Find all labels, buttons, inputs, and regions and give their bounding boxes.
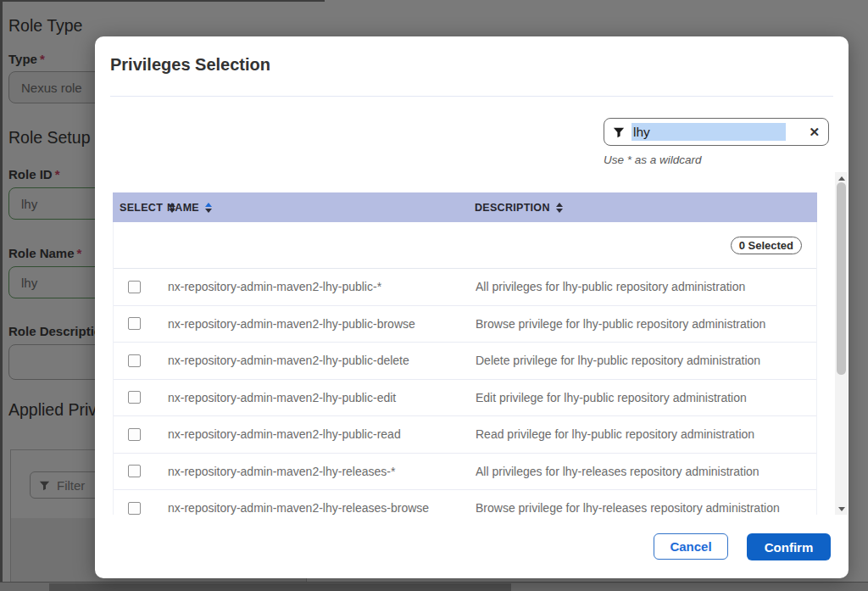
sort-icon [556,203,563,213]
table-row: nx-repository-admin-maven2-lhy-releases-… [114,454,816,491]
privilege-name: nx-repository-admin-maven2-lhy-releases-… [168,465,476,478]
dialog-title: Privileges Selection [110,55,270,75]
privilege-name: nx-repository-admin-maven2-lhy-releases-… [168,501,476,515]
privilege-name: nx-repository-admin-maven2-lhy-public-* [168,280,476,293]
privilege-name: nx-repository-admin-maven2-lhy-public-de… [168,354,476,367]
privileges-filter-input[interactable]: lhy ✕ [604,118,829,146]
selected-count-row: 0 Selected [114,222,816,269]
privilege-description: Browse privilege for lhy-releases reposi… [476,501,816,515]
filter-funnel-icon [613,126,625,138]
row-checkbox[interactable] [128,465,141,477]
column-header-select[interactable]: SELECT [113,202,167,214]
scrollbar-thumb[interactable] [837,182,846,375]
table-row: nx-repository-admin-maven2-lhy-public-ed… [114,380,816,417]
privileges-table: SELECT NAME DESCRIPTION 0 Selected [113,192,817,515]
cancel-button[interactable]: Cancel [654,533,728,560]
column-header-name[interactable]: NAME [167,202,475,214]
table-row: nx-repository-admin-maven2-lhy-releases-… [114,490,816,515]
privilege-name: nx-repository-admin-maven2-lhy-public-ed… [168,391,476,404]
table-header-row: SELECT NAME DESCRIPTION [113,192,817,222]
title-divider [110,96,833,97]
privilege-description: Delete privilege for lhy-public reposito… [476,354,816,367]
table-row: nx-repository-admin-maven2-lhy-public-de… [114,343,816,380]
table-row: nx-repository-admin-maven2-lhy-public-br… [114,306,816,343]
column-header-description[interactable]: DESCRIPTION [475,202,817,214]
filter-value-selected-text: lhy [632,123,786,141]
privilege-description: Read privilege for lhy-public repository… [476,427,816,441]
vertical-scrollbar[interactable] [835,172,848,515]
table-row: nx-repository-admin-maven2-lhy-public-re… [114,416,816,454]
table-row: nx-repository-admin-maven2-lhy-public-* … [114,269,816,306]
privilege-name: nx-repository-admin-maven2-lhy-public-re… [168,427,476,441]
wildcard-hint: Use * as a wildcard [604,153,702,166]
privilege-description: All privileges for lhy-public repository… [476,280,816,293]
screen: Role Type Type* Role Setup Role ID* Role… [0,0,868,591]
row-checkbox[interactable] [128,317,141,330]
table-scroll-area: SELECT NAME DESCRIPTION 0 Selected [95,172,849,515]
row-checkbox[interactable] [128,281,141,293]
privilege-name: nx-repository-admin-maven2-lhy-public-br… [168,317,476,331]
clear-filter-button[interactable]: ✕ [809,125,820,140]
scrollbar-down-button[interactable] [835,503,848,515]
privileges-selection-dialog: Privileges Selection lhy ✕ Use * as a wi… [95,36,849,578]
sort-icon [205,203,212,213]
privilege-description: Edit privilege for lhy-public repository… [476,391,816,404]
table-body: 0 Selected nx-repository-admin-maven2-lh… [113,222,817,515]
privilege-description: Browse privilege for lhy-public reposito… [476,317,816,331]
row-checkbox[interactable] [128,502,141,515]
row-checkbox[interactable] [128,428,141,441]
row-checkbox[interactable] [128,354,141,367]
selected-count-badge: 0 Selected [731,237,802,254]
privilege-description: All privileges for lhy-releases reposito… [476,465,816,478]
row-checkbox[interactable] [128,391,141,404]
confirm-button[interactable]: Confirm [747,533,831,560]
